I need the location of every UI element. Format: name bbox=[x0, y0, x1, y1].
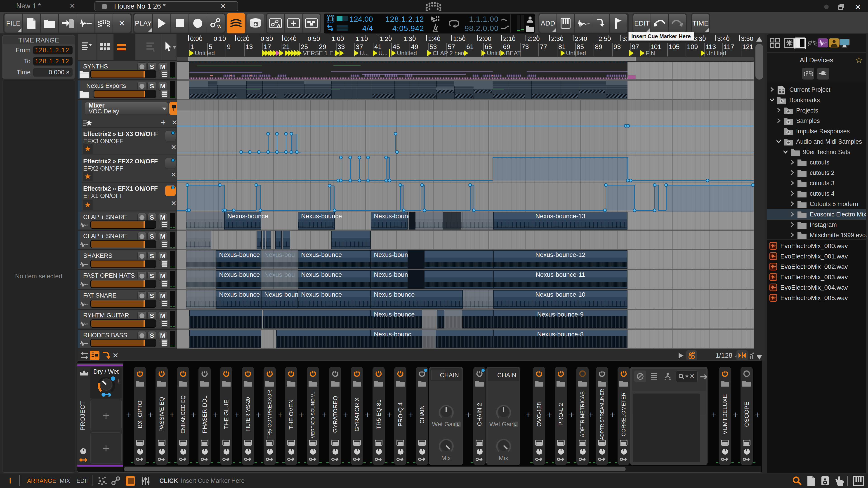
svg-text:W: W bbox=[276, 23, 280, 28]
svg-text:W: W bbox=[217, 24, 221, 29]
